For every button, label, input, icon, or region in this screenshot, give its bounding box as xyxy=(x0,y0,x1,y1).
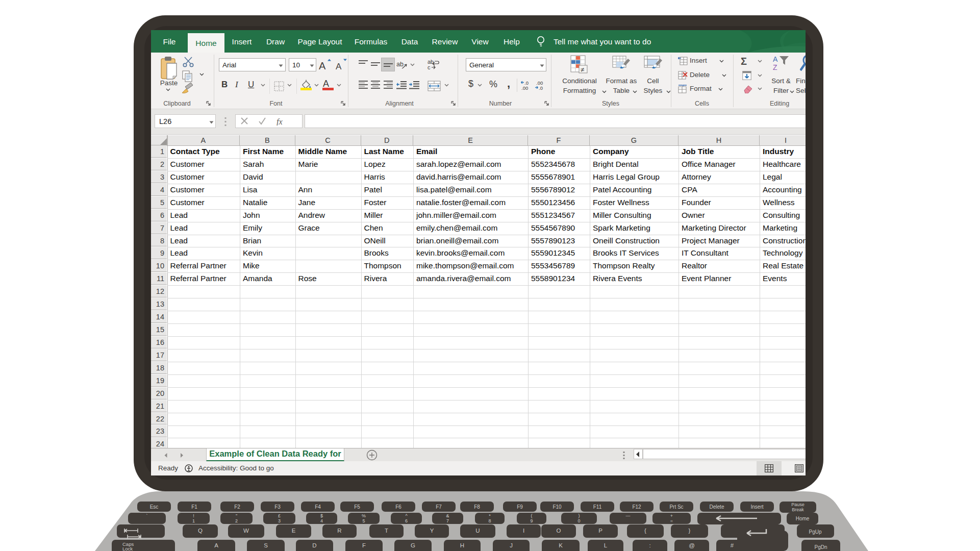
svg-text:{: { xyxy=(644,528,646,534)
svg-text:": " xyxy=(236,513,237,518)
svg-text:Q: Q xyxy=(198,528,203,534)
svg-text:I: I xyxy=(523,528,524,534)
svg-text:#: # xyxy=(731,542,734,548)
svg-text:.00: .00 xyxy=(521,85,528,91)
svg-text:Z: Z xyxy=(773,63,777,71)
svg-text:5: 5 xyxy=(362,518,365,523)
svg-text:0: 0 xyxy=(577,518,580,523)
svg-text:}: } xyxy=(689,528,691,534)
svg-text:£: £ xyxy=(278,513,281,518)
svg-text:3: 3 xyxy=(278,518,281,523)
svg-text:A: A xyxy=(319,60,326,71)
svg-text::: : xyxy=(649,542,650,548)
svg-text:Lock: Lock xyxy=(122,546,133,551)
svg-text:F7: F7 xyxy=(436,504,442,510)
svg-text:Prt Sc: Prt Sc xyxy=(669,504,683,510)
svg-text:U: U xyxy=(475,528,480,534)
svg-text:+: + xyxy=(670,513,673,518)
svg-text:4: 4 xyxy=(320,518,323,523)
svg-text:P: P xyxy=(598,528,602,534)
svg-text:≠: ≠ xyxy=(581,66,584,73)
svg-text:O: O xyxy=(557,528,561,534)
svg-text:Esc: Esc xyxy=(150,504,159,510)
svg-text:9: 9 xyxy=(530,518,533,523)
svg-text:A: A xyxy=(336,62,342,71)
svg-text:PgUp: PgUp xyxy=(809,529,821,535)
svg-text:1: 1 xyxy=(192,518,195,523)
svg-text:Home: Home xyxy=(796,516,810,521)
svg-text:!: ! xyxy=(193,513,194,518)
svg-text:D: D xyxy=(312,542,316,548)
svg-text:H: H xyxy=(460,542,464,548)
svg-text:F6: F6 xyxy=(395,504,401,510)
svg-text:&: & xyxy=(446,513,449,518)
svg-text:.0: .0 xyxy=(539,85,543,91)
svg-text:A: A xyxy=(773,55,778,63)
svg-text:$: $ xyxy=(320,513,323,518)
svg-text:F: F xyxy=(362,542,366,548)
svg-text:W: W xyxy=(243,528,249,534)
svg-text:F2: F2 xyxy=(234,504,240,510)
svg-text:Pause: Pause xyxy=(791,502,805,507)
svg-text:`: ` xyxy=(146,513,148,518)
svg-text:F12: F12 xyxy=(632,504,641,510)
svg-text:A: A xyxy=(214,542,218,548)
svg-text:fx: fx xyxy=(277,117,283,126)
svg-text:Insert: Insert xyxy=(750,504,763,510)
svg-text:F9: F9 xyxy=(517,504,523,510)
svg-text:K: K xyxy=(559,542,563,548)
svg-text:E: E xyxy=(292,528,296,534)
svg-text:Break: Break xyxy=(792,507,804,512)
svg-text:Y: Y xyxy=(430,528,434,534)
svg-text:L: L xyxy=(604,542,608,548)
svg-text:F11: F11 xyxy=(593,504,602,510)
svg-text:F3: F3 xyxy=(274,504,281,510)
svg-text:2: 2 xyxy=(235,518,238,523)
svg-text:G: G xyxy=(411,542,415,548)
svg-text:J: J xyxy=(510,542,513,548)
svg-text:R: R xyxy=(337,528,341,534)
svg-text:7: 7 xyxy=(446,518,449,523)
svg-text:Delete: Delete xyxy=(710,504,724,510)
svg-text:=: = xyxy=(670,518,673,523)
svg-text:c: c xyxy=(428,64,431,70)
svg-text:6: 6 xyxy=(405,518,408,523)
svg-text:F1: F1 xyxy=(191,504,197,510)
svg-text:PgDn: PgDn xyxy=(814,544,827,550)
svg-text:@: @ xyxy=(689,542,695,548)
svg-text:F8: F8 xyxy=(474,504,480,510)
svg-text:): ) xyxy=(579,513,580,518)
svg-text:*: * xyxy=(489,513,491,518)
svg-text:8: 8 xyxy=(488,518,491,523)
svg-text:%: % xyxy=(362,513,366,518)
svg-text:F10: F10 xyxy=(552,504,562,510)
svg-text:S: S xyxy=(264,542,268,548)
svg-text:F5: F5 xyxy=(354,504,360,510)
svg-text:ab: ab xyxy=(396,61,404,68)
svg-text:—: — xyxy=(626,513,631,518)
svg-text:F4: F4 xyxy=(315,504,321,510)
svg-text:T: T xyxy=(385,528,388,534)
svg-text:(: ( xyxy=(531,513,533,518)
